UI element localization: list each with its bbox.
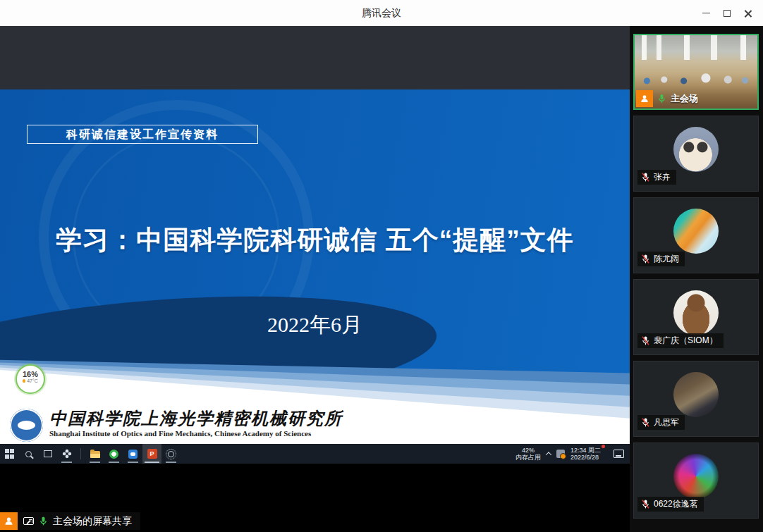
participant-sidebar: 主会场 张卉 <box>630 26 763 532</box>
action-center-icon[interactable] <box>614 450 624 458</box>
gear-icon <box>168 451 174 457</box>
powerpoint-icon: P <box>147 449 157 459</box>
avatar <box>673 209 719 254</box>
search-icon <box>25 451 32 457</box>
pinwheel-icon <box>62 449 72 459</box>
presenter-badge <box>0 512 18 530</box>
tray-date: 2022/6/28 <box>570 454 601 461</box>
windows-logo-icon <box>5 449 15 459</box>
blue-app-button[interactable] <box>123 444 142 464</box>
institute-logo-row: 中国科学院上海光学精密机械研究所 Shanghai Institute of O… <box>10 409 343 442</box>
minimize-button[interactable] <box>695 0 716 26</box>
memory-label: 内存占用 <box>515 454 541 461</box>
participant-label: 张卉 <box>637 170 676 185</box>
shared-taskbar: P 42% 内存占用 12:34 周二 2022/6/28 <box>0 444 630 464</box>
participant-name: 裴广庆（SIOM） <box>654 335 718 347</box>
share-banner-text: 主会场的屏幕共享 <box>53 515 132 528</box>
tray-expand-chevron-icon[interactable] <box>546 452 551 457</box>
screen-share-icon <box>23 517 34 525</box>
file-explorer-button[interactable] <box>85 444 104 464</box>
mic-muted-icon <box>641 417 650 428</box>
minimize-icon <box>702 13 710 13</box>
window-title: 腾讯会议 <box>0 0 763 26</box>
participant-tile[interactable]: 凡思军 <box>633 361 759 437</box>
folder-icon <box>90 451 100 458</box>
window-controls <box>695 0 759 26</box>
green-app-icon <box>109 450 118 459</box>
participant-tile[interactable]: 裴广庆（SIOM） <box>633 279 759 355</box>
participant-name: 主会场 <box>671 92 698 105</box>
siom-logo-icon <box>10 409 43 442</box>
participant-tile[interactable]: 张卉 <box>633 116 759 192</box>
settings-app-button[interactable] <box>161 444 181 464</box>
avatar <box>673 127 719 172</box>
mic-muted-icon <box>641 499 650 509</box>
green-app-button[interactable] <box>104 444 123 464</box>
memory-usage[interactable]: 42% 内存占用 <box>515 447 541 461</box>
participant-label: 0622徐逸茗 <box>637 497 704 512</box>
tencent-meeting-window: 腾讯会议 科研诚信建设工作宣传资料 学习：中国科学院科研诚信 五个“提醒”文件 … <box>0 0 763 532</box>
monitor-percent: 16% <box>17 370 44 378</box>
slide-title: 学习：中国科学院科研诚信 五个“提醒”文件 <box>0 223 630 258</box>
participant-tile-main-venue[interactable]: 主会场 <box>633 34 759 110</box>
participant-tile[interactable]: 陈尤阔 <box>633 197 759 273</box>
participant-name: 张卉 <box>654 171 671 183</box>
participant-tile[interactable]: 0622徐逸茗 <box>633 443 759 519</box>
tray-time: 12:34 周二 <box>570 447 601 454</box>
person-icon <box>4 516 14 526</box>
institute-name-cn: 中国科学院上海光学精密机械研究所 <box>49 409 343 428</box>
maximize-icon <box>724 10 731 17</box>
system-monitor-widget[interactable]: 16% 47°C <box>16 364 45 394</box>
avatar <box>673 454 719 499</box>
avatar <box>673 290 719 335</box>
title-bar: 腾讯会议 <box>0 0 763 26</box>
close-button[interactable] <box>738 0 759 26</box>
participant-label: 裴广庆（SIOM） <box>637 333 724 348</box>
mic-on-icon <box>39 516 48 526</box>
screen-share-view: 科研诚信建设工作宣传资料 学习：中国科学院科研诚信 五个“提醒”文件 2022年… <box>0 26 630 532</box>
powerpoint-button[interactable]: P <box>142 444 161 464</box>
slide-date: 2022年6月 <box>0 311 630 340</box>
maximize-button[interactable] <box>716 0 738 26</box>
tray-app-icon[interactable] <box>556 450 565 458</box>
person-icon <box>640 94 649 104</box>
institute-name-en: Shanghai Institute of Optics and Fine Me… <box>49 429 343 438</box>
memory-percent: 42% <box>515 447 541 454</box>
task-view-icon <box>44 450 52 457</box>
taskbar-search-button[interactable] <box>19 444 38 464</box>
mic-muted-icon <box>641 254 650 264</box>
participant-label: 主会场 <box>636 90 698 107</box>
shared-desktop-top-band <box>0 26 630 89</box>
participant-name: 0622徐逸茗 <box>654 498 698 510</box>
screen-share-banner: 主会场的屏幕共享 <box>0 512 140 530</box>
blue-app-icon <box>128 450 138 459</box>
presentation-slide: 科研诚信建设工作宣传资料 学习：中国科学院科研诚信 五个“提醒”文件 2022年… <box>0 89 630 444</box>
taskbar-clock[interactable]: 12:34 周二 2022/6/28 <box>570 447 601 461</box>
participant-label: 陈尤阔 <box>637 252 685 266</box>
task-view-button[interactable] <box>38 444 57 464</box>
mic-muted-icon <box>641 335 650 346</box>
taskbar-separator <box>80 448 81 459</box>
participant-label: 凡思军 <box>637 415 685 430</box>
presenter-badge <box>636 90 653 107</box>
mic-muted-icon <box>641 172 650 183</box>
start-button[interactable] <box>0 444 19 464</box>
monitor-temperature: 47°C <box>17 378 44 383</box>
room-attendees <box>635 70 757 89</box>
notification-dot <box>602 445 605 448</box>
close-icon <box>744 9 752 18</box>
mic-on-icon <box>657 93 666 104</box>
slide-banner-box: 科研诚信建设工作宣传资料 <box>27 125 258 144</box>
participant-name: 陈尤阔 <box>654 253 679 265</box>
meeting-app-button[interactable] <box>57 444 76 464</box>
system-tray: 42% 内存占用 12:34 周二 2022/6/28 <box>515 447 630 461</box>
participant-name: 凡思军 <box>654 416 679 428</box>
avatar <box>673 372 719 417</box>
